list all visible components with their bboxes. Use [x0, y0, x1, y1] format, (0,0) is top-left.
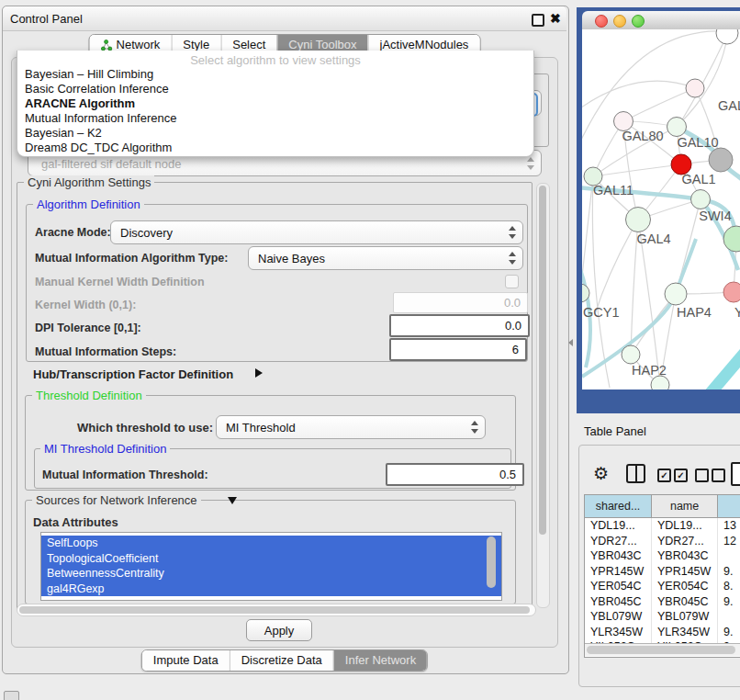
settings-scrollbar[interactable]	[536, 183, 550, 608]
minimize-traffic-light-icon[interactable]	[613, 15, 626, 28]
cell[interactable]: YBR045C	[585, 594, 652, 610]
network-node[interactable]	[723, 226, 740, 252]
new-table-icon[interactable]	[731, 462, 740, 486]
gear-icon[interactable]: ⚙	[593, 465, 609, 482]
minimized-panel-icon[interactable]	[4, 691, 19, 700]
cell[interactable]: YDL19...	[652, 518, 718, 534]
cell[interactable]: 12	[718, 534, 740, 549]
algorithm-option-selected[interactable]: ARACNE Algorithm	[17, 96, 533, 111]
column-header-partial[interactable]	[718, 495, 740, 517]
table-row[interactable]: YDL19...YDL19...13	[585, 518, 740, 534]
zoom-traffic-light-icon[interactable]	[632, 15, 645, 28]
cell[interactable]: YLR345W	[585, 625, 652, 640]
unchecked-checkbox-icon[interactable]	[695, 469, 709, 482]
attribute-item-selected[interactable]: TopologicalCoefficient	[41, 551, 501, 567]
float-window-icon[interactable]	[532, 14, 544, 27]
checked-checkbox-icon[interactable]: ✓	[674, 469, 688, 482]
algorithm-option[interactable]: Basic Correlation Inference	[17, 82, 533, 96]
split-view-icon[interactable]	[626, 464, 645, 483]
mi-threshold-value: 0.5	[499, 468, 516, 481]
network-node-gal4[interactable]	[626, 208, 651, 232]
table-row[interactable]: YBL079WYBL079W	[585, 609, 740, 625]
cell[interactable]: YBR045C	[652, 594, 718, 610]
cell[interactable]: YER054C	[585, 579, 652, 594]
cell[interactable]: YBR043C	[585, 548, 652, 564]
table-hscrollbar[interactable]	[585, 643, 740, 656]
manual-kernel-checkbox[interactable]	[505, 275, 519, 288]
mi-type-combo[interactable]: Naive Bayes	[248, 246, 523, 270]
attribute-item-selected[interactable]: gal4RGexp	[41, 581, 501, 597]
dpi-tolerance-field[interactable]: 0.0	[389, 314, 530, 337]
apply-button[interactable]: Apply	[246, 619, 312, 641]
which-threshold-combo[interactable]: MI Threshold	[216, 415, 486, 439]
algorithm-dropdown-popup: Select algorithm to view settings Bayesi…	[17, 51, 534, 157]
settings-scrollbar-thumb[interactable]	[539, 186, 546, 535]
expand-arrow-icon[interactable]	[255, 368, 263, 378]
table-hscrollbar-thumb[interactable]	[587, 646, 735, 654]
cell[interactable]: 8.	[718, 579, 740, 594]
cell[interactable]: 9.	[718, 625, 740, 640]
mi-steps-field[interactable]: 6	[389, 338, 527, 361]
tab-impute-data[interactable]: Impute Data	[142, 650, 230, 671]
cell[interactable]: YER054C	[652, 579, 718, 594]
table-row[interactable]: YBR045CYBR045C9.	[585, 594, 740, 610]
network-node[interactable]	[723, 282, 740, 302]
column-header-shared-name[interactable]: shared...	[585, 495, 652, 517]
column-header-name[interactable]: name	[652, 495, 718, 517]
table-row[interactable]: YBR043CYBR043C	[585, 548, 740, 564]
table-row[interactable]: YDR27...YDR27...12	[585, 534, 740, 549]
network-view-canvas[interactable]: GAL GAL80 GAL10 GAL1 GAL11 SWI4 GAL4 GCY…	[582, 29, 740, 390]
cell[interactable]: YBR043C	[652, 548, 718, 564]
network-node-hap2[interactable]	[622, 345, 640, 364]
cell[interactable]: YDR27...	[652, 534, 718, 549]
kernel-width-field: 0.0	[393, 292, 528, 313]
cell[interactable]: YPR145W	[652, 564, 718, 580]
checked-checkbox-icon[interactable]: ✓	[657, 469, 671, 482]
cell[interactable]: YPR145W	[585, 564, 652, 580]
cell[interactable]: 9.	[718, 564, 740, 580]
tab-discretize-data[interactable]: Discretize Data	[230, 650, 333, 671]
table-header-row: shared... name	[585, 495, 740, 518]
cell[interactable]: YBL079W	[585, 609, 652, 625]
unchecked-checkbox-icon[interactable]	[712, 469, 725, 482]
tab-infer-network-label: Infer Network	[345, 650, 416, 671]
hub-section-label[interactable]: Hub/Transcription Factor Definition	[33, 367, 233, 381]
algorithm-option[interactable]: Bayesian – K2	[17, 126, 533, 141]
network-node[interactable]	[716, 29, 738, 44]
close-icon[interactable]: ✖	[550, 11, 561, 26]
mi-threshold-field[interactable]: 0.5	[386, 463, 524, 486]
cell[interactable]: 9.	[718, 594, 740, 610]
table-row[interactable]: YLR345WYLR345W9.	[585, 625, 740, 640]
attribute-item-selected[interactable]: BetweennessCentrality	[41, 566, 501, 581]
algorithm-option[interactable]: Dream8 DC_TDC Algorithm	[17, 141, 533, 155]
cell[interactable]: YLR345W	[652, 625, 718, 640]
network-window-titlebar[interactable]	[582, 11, 740, 30]
network-node[interactable]	[651, 376, 669, 390]
attributes-scrollbar-thumb[interactable]	[487, 536, 496, 588]
cell[interactable]: YDL19...	[585, 518, 652, 534]
settings-hscrollbar-thumb[interactable]	[19, 606, 530, 614]
network-node-gal10[interactable]	[667, 118, 687, 137]
cell[interactable]: YBL079W	[652, 609, 718, 625]
table-row[interactable]: YER054CYER054C8.	[585, 579, 740, 594]
data-attributes-list[interactable]: SelfLoops TopologicalCoefficient Between…	[40, 532, 502, 601]
table-row[interactable]: YPR145WYPR145W9.	[585, 564, 740, 580]
cell[interactable]	[718, 548, 740, 564]
cell[interactable]: YDR27...	[585, 534, 652, 549]
network-node-swi4[interactable]	[691, 190, 711, 209]
algorithm-option[interactable]: Mutual Information Inference	[17, 111, 533, 126]
cell[interactable]: 13	[718, 518, 740, 534]
splitter-collapse-icon[interactable]	[568, 339, 573, 346]
tab-infer-network[interactable]: Infer Network	[333, 650, 427, 671]
collapse-arrow-icon[interactable]	[228, 497, 237, 504]
settings-hscrollbar[interactable]	[17, 604, 536, 616]
network-node[interactable]	[686, 79, 704, 97]
network-node[interactable]	[709, 148, 733, 172]
network-node-hap4[interactable]	[665, 283, 687, 305]
attribute-item-selected[interactable]: SelfLoops	[41, 536, 501, 551]
aracne-mode-combo[interactable]: Discovery	[110, 220, 523, 244]
algorithm-option[interactable]: Bayesian – Hill Climbing	[17, 67, 533, 82]
close-traffic-light-icon[interactable]	[595, 15, 608, 28]
node-label: HAP2	[632, 363, 667, 378]
cell[interactable]	[718, 609, 740, 625]
